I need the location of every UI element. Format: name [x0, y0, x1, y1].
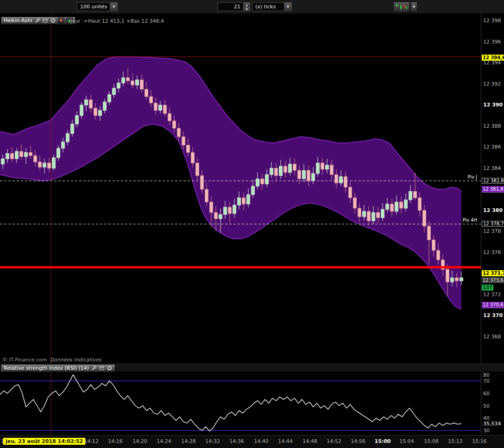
price-axis-label: 12 392 [483, 81, 501, 87]
new-window-icon[interactable] [42, 18, 48, 24]
price-axis[interactable]: 12 39812 39612 39412 39212 39012 38812 3… [481, 14, 504, 364]
ticks-mode-dropdown[interactable]: (x) ticks ▼ [252, 2, 292, 11]
time-axis-label: 14:56 [351, 438, 365, 444]
chart-style-dropdown-button[interactable]: ▼ [410, 2, 417, 12]
chart-title: Heikin-Ashi [4, 18, 32, 24]
copyright-text: © IT-Finance.com [2, 357, 47, 363]
new-window-icon[interactable] [99, 366, 105, 371]
rsi-chart[interactable] [0, 372, 481, 435]
price-axis-label: 12 388 [483, 123, 501, 129]
time-axis-label: 15:12 [448, 438, 463, 444]
price-tag-outlined: 12 378,7 [482, 221, 504, 227]
units-dropdown[interactable]: 100 unités ▼ [77, 2, 118, 11]
time-axis-label: 14:12 [84, 438, 99, 444]
time-axis-label: 15:08 [424, 438, 439, 444]
envelope-band [0, 56, 461, 309]
rsi-axis-label: 50 [483, 403, 490, 409]
price-axis-label: 12 372 [483, 292, 501, 298]
price-axis-label: 12 378 [483, 228, 501, 234]
rsi-axis-label: 70 [483, 378, 490, 384]
price-tag-yellow[interactable]: 12 394,6 [482, 55, 504, 61]
price-axis-label: 12 398 [483, 18, 501, 24]
price-axis-label: 12 370 [483, 312, 503, 318]
day-range-info: Jour :+Haut 12 413,1 +Bas 12 348,4 [70, 18, 164, 24]
chevron-down-icon[interactable]: ▼ [110, 3, 117, 11]
rsi-title: Relative strength index (RSI) (14) [4, 365, 89, 371]
cursor-date-tag: jeu. 23 août 2018 14:02:52 [3, 438, 85, 445]
mini-candles-icon [395, 3, 408, 11]
top-toolbar: 100 unités ▼ 21 ▲ ▼ (x) ticks ▼ ▼ [0, 0, 504, 14]
rsi-titlebar: Relative strength index (RSI) (14) [1, 364, 115, 372]
rsi-panel[interactable]: 80706050403035,534 [0, 372, 504, 435]
rsi-axis-label: 60 [483, 391, 490, 397]
ticks-count-spinner[interactable]: 21 ▲ ▼ [218, 2, 250, 11]
spinner-buttons[interactable]: ▲ ▼ [243, 3, 250, 11]
price-tag-yellow[interactable]: 12 373,7 [482, 270, 504, 276]
wrench-icon[interactable] [34, 18, 40, 24]
price-axis-label: 12 376 [483, 249, 501, 255]
time-axis-label: 14:40 [254, 438, 269, 444]
spinner-down-icon[interactable]: ▼ [244, 6, 250, 11]
ticks-mode-value: (x) ticks [252, 3, 284, 11]
time-axis-label: 14:32 [205, 438, 220, 444]
price-axis-label: 12 384 [483, 165, 501, 171]
down-arrow-button[interactable]: ▼ [58, 18, 64, 24]
price-axis-label: 12 394 [483, 60, 501, 66]
price-axis-label: 12 390 [483, 102, 503, 108]
rsi-titlebar-row: Relative strength index (RSI) (14) [0, 364, 504, 372]
time-axis-label: 14:28 [181, 438, 196, 444]
rsi-line [0, 375, 461, 431]
main-chart-panel[interactable]: Piv JPiv 4H Heikin-Ashi ▼ ▲ Jour :+Haut … [0, 14, 504, 364]
price-axis-label: 12 396 [483, 39, 501, 45]
time-axis[interactable]: 1 jeu. 23 août 2018 14:02:52 14:1214:161… [0, 435, 504, 448]
time-axis-label: 14:48 [302, 438, 317, 444]
price-tag-green: 13T [482, 285, 493, 291]
price-axis-label: 12 368 [483, 334, 501, 340]
spinner-up-icon[interactable]: ▲ [244, 3, 250, 6]
time-axis-label: 15:04 [399, 438, 414, 444]
time-axis-label: 14:52 [327, 438, 341, 444]
chevron-down-icon[interactable]: ▼ [284, 3, 291, 11]
price-axis-label: 12 386 [483, 144, 501, 150]
chart-titlebar: Heikin-Ashi ▼ ▲ [1, 17, 76, 25]
pivot-label: Piv J [467, 174, 477, 180]
time-axis-label: 14:16 [108, 438, 123, 444]
price-tag-purple: 12 381,8 [482, 186, 504, 193]
trading-app: 100 unités ▼ 21 ▲ ▼ (x) ticks ▼ ▼ [0, 0, 504, 448]
time-axis-label: 14:44 [278, 438, 293, 444]
price-chart[interactable]: Piv JPiv 4H [0, 14, 481, 364]
copyright: © IT-Finance.comDonnées indicatives [2, 357, 101, 363]
wrench-icon[interactable] [91, 366, 97, 371]
pivot-label: Piv 4H [462, 218, 477, 223]
time-axis-label: 14:36 [229, 438, 244, 444]
price-tag-outlined: 12 382,8 [482, 178, 504, 184]
rsi-axis-label: 80 [483, 372, 490, 378]
price-tag-purple: 12 370,6 [482, 302, 504, 308]
time-axis-label: 15:00 [374, 438, 391, 444]
ticks-count-value: 21 [218, 3, 243, 11]
new-chart-button[interactable] [393, 2, 410, 12]
copyright-note: Données indicatives [50, 357, 101, 363]
time-axis-label: 14:20 [132, 438, 147, 444]
time-axis-label: 14:24 [157, 438, 171, 444]
price-axis-label: 12 380 [483, 207, 503, 213]
close-icon[interactable] [50, 18, 56, 24]
rsi-axis: 80706050403035,534 [481, 372, 504, 435]
close-icon[interactable] [107, 366, 113, 371]
rsi-axis-label: 30 [483, 428, 490, 434]
rsi-value-label: 35,534 [483, 421, 501, 427]
price-tag-gray: 12 373,6 [482, 277, 504, 283]
time-axis-label: 15:16 [472, 438, 487, 444]
units-value: 100 unités [77, 3, 110, 11]
